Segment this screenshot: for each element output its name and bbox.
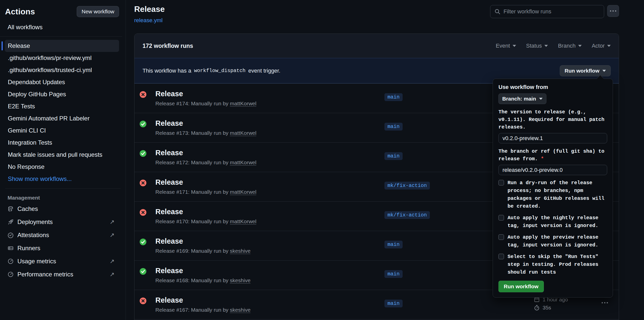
actor-link[interactable]: mattKorwel — [230, 159, 256, 166]
branch-badge[interactable]: main — [384, 241, 403, 248]
sidebar-item-no-response[interactable]: No Response — [5, 161, 119, 173]
run-workflow-dropdown-button[interactable]: Run workflow — [560, 65, 611, 76]
chevron-down-icon — [602, 70, 606, 72]
success-icon — [139, 120, 147, 127]
workflow-options-kebab-button[interactable] — [607, 5, 619, 17]
banner-text: This workflow has a — [143, 68, 191, 74]
run-description: Release #169: Manually run by skeshive — [155, 248, 382, 254]
actor-link[interactable]: skeshive — [230, 277, 250, 283]
failure-icon — [139, 91, 147, 98]
sidebar-item-label: Deployments — [17, 218, 53, 226]
filter-workflow-runs-box — [490, 5, 604, 18]
actor-link[interactable]: mattKorwel — [230, 218, 256, 225]
rocket-icon — [8, 219, 14, 225]
filter-event-dropdown[interactable]: Event — [496, 43, 516, 49]
branch-badge[interactable]: mk/fix-action — [384, 211, 430, 219]
branch-badge[interactable]: main — [384, 93, 403, 101]
actor-link[interactable]: mattKorwel — [230, 189, 256, 195]
version-field-label: The version to release (e.g., v0.1.11). … — [498, 108, 607, 131]
banner-text: event trigger. — [248, 68, 280, 74]
chevron-down-icon — [513, 45, 516, 47]
branch-badge[interactable]: main — [384, 152, 403, 160]
nightly-tag-checkbox[interactable] — [498, 215, 504, 220]
preview-tag-checkbox[interactable] — [498, 234, 504, 240]
actor-link[interactable]: mattKorwel — [230, 130, 256, 136]
sidebar-item-label: Caches — [17, 205, 38, 212]
failure-icon — [139, 209, 147, 216]
sidebar-item-gemini-pr-labeler[interactable]: Gemini Automated PR Labeler — [5, 112, 119, 124]
run-workflow-submit-button[interactable]: Run workflow — [498, 281, 544, 292]
filter-workflow-runs-input[interactable] — [503, 8, 600, 15]
run-duration: 35s — [543, 305, 551, 311]
sidebar-item-mark-stale[interactable]: Mark stale issues and pull requests — [5, 149, 119, 161]
sidebar-item-caches[interactable]: Caches — [0, 202, 126, 215]
verified-badge-icon — [8, 232, 14, 238]
sidebar-item-trusted-ci[interactable]: .github/workflows/trusted-ci.yml — [5, 64, 119, 76]
show-more-workflows-link[interactable]: Show more workflows... — [5, 173, 119, 185]
actions-sidebar: Actions New workflow All workflows Relea… — [0, 0, 126, 320]
run-title-link[interactable]: Release — [155, 208, 382, 216]
run-title-link[interactable]: Release — [155, 178, 382, 186]
branch-badge[interactable]: main — [384, 300, 403, 307]
filter-status-dropdown[interactable]: Status — [526, 43, 548, 49]
runs-filters: Event Status Branch Actor — [496, 43, 611, 49]
sidebar-item-deployments[interactable]: Deployments — [0, 215, 126, 229]
run-description: Release #168: Manually run by skeshive — [155, 277, 382, 283]
all-workflows-link[interactable]: All workflows — [8, 24, 126, 36]
sidebar-item-runners[interactable]: Runners — [0, 242, 126, 255]
actor-link[interactable]: skeshive — [230, 307, 250, 313]
run-title-link[interactable]: Release — [155, 119, 382, 127]
run-title-link[interactable]: Release — [155, 296, 382, 304]
chevron-down-icon — [544, 45, 548, 47]
sidebar-item-dependabot-updates[interactable]: Dependabot Updates — [5, 76, 119, 88]
run-title-link[interactable]: Release — [155, 267, 382, 275]
run-title-link[interactable]: Release — [155, 237, 382, 245]
actor-link[interactable]: mattKorwel — [230, 101, 256, 107]
version-input[interactable] — [498, 133, 607, 143]
ref-input[interactable] — [498, 165, 607, 175]
failure-icon — [139, 179, 147, 186]
workflow-page-title: Release — [134, 5, 165, 14]
actor-link[interactable]: skeshive — [230, 248, 250, 254]
sidebar-item-usage-metrics[interactable]: Usage metrics — [0, 255, 126, 268]
failure-icon — [139, 297, 147, 304]
success-icon — [139, 238, 147, 245]
success-icon — [139, 238, 147, 245]
run-options-kebab-button[interactable] — [598, 302, 612, 303]
sidebar-item-e2e-tests[interactable]: E2E Tests — [5, 100, 119, 112]
success-icon — [139, 120, 147, 127]
success-icon — [139, 150, 147, 157]
branch-badge[interactable]: main — [384, 270, 403, 278]
branch-badge[interactable]: mk/fix-action — [384, 182, 430, 189]
dry-run-checkbox[interactable] — [498, 180, 504, 185]
popup-heading: Use workflow from — [498, 84, 607, 90]
sidebar-item-gemini-cli-ci[interactable]: Gemini CLI CI — [5, 124, 119, 137]
sidebar-item-release[interactable]: Release — [5, 40, 119, 52]
branch-badge[interactable]: main — [384, 123, 403, 131]
sidebar-item-deploy-github-pages[interactable]: Deploy GitHub Pages — [5, 88, 119, 100]
run-workflow-popup: Use workflow from Branch: main The versi… — [493, 79, 613, 298]
management-section-label: Management — [8, 195, 126, 201]
preview-tag-option: Auto apply the preview release tag, inpu… — [498, 233, 607, 249]
filter-branch-dropdown[interactable]: Branch — [558, 43, 582, 49]
sidebar-item-performance-metrics[interactable]: Performance metrics — [0, 268, 126, 281]
sidebar-item-pr-review[interactable]: .github/workflows/pr-review.yml — [5, 52, 119, 64]
failure-icon — [139, 209, 147, 216]
failure-icon — [139, 91, 147, 98]
sidebar-item-integration-tests[interactable]: Integration Tests — [5, 137, 119, 149]
filter-actor-dropdown[interactable]: Actor — [592, 43, 611, 49]
sidebar-item-attestations[interactable]: Attestations — [0, 229, 126, 242]
run-title-link[interactable]: Release — [155, 149, 382, 157]
sidebar-item-label: Usage metrics — [17, 258, 56, 265]
run-description: Release #174: Manually run by mattKorwel — [155, 101, 382, 107]
run-title-link[interactable]: Release — [155, 90, 382, 98]
workflow-file-link[interactable]: release.yml — [134, 17, 162, 24]
sidebar-divider — [5, 188, 121, 189]
external-link-icon — [110, 232, 115, 238]
branch-selector-button[interactable]: Branch: main — [498, 93, 546, 104]
chevron-down-icon — [607, 45, 611, 47]
chevron-down-icon — [539, 98, 543, 100]
sidebar-item-label: Attestations — [17, 232, 49, 239]
new-workflow-button[interactable]: New workflow — [77, 6, 119, 17]
skip-tests-checkbox[interactable] — [498, 254, 504, 259]
